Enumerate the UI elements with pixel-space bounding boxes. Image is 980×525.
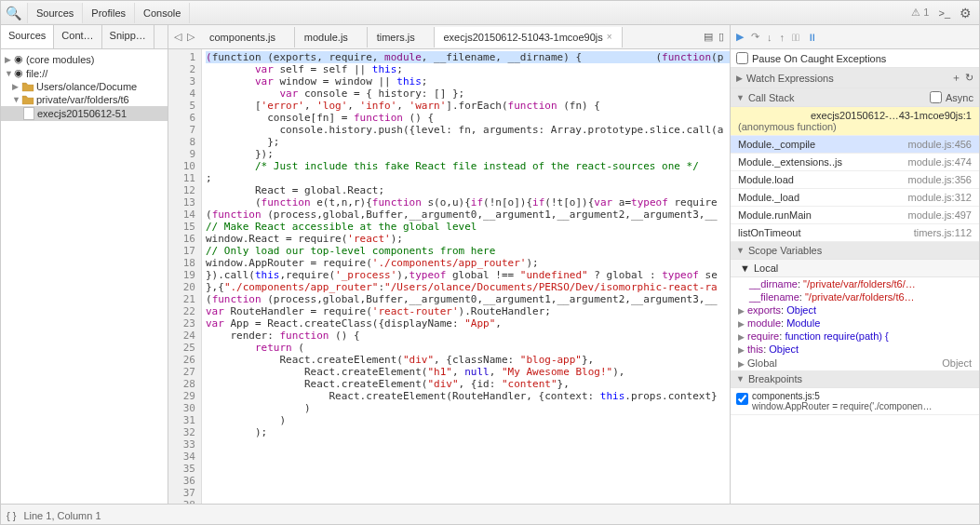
- pause-exceptions-label: Pause On Caught Exceptions: [752, 53, 886, 64]
- call-frame[interactable]: listOnTimeouttimers.js:112: [731, 224, 979, 242]
- drawer-toggle-icon[interactable]: >_: [938, 7, 950, 19]
- call-frame[interactable]: Module._extensions..jsmodule.js:474: [731, 154, 979, 171]
- file-tab-label: components.js: [209, 32, 275, 43]
- step-out-icon[interactable]: ↑: [780, 32, 785, 43]
- editor-status-bar: { } Line 1, Column 1: [1, 504, 979, 525]
- toggle-sidebar-icon[interactable]: ▯: [718, 31, 724, 43]
- add-watch-icon[interactable]: ＋: [951, 71, 961, 85]
- scope-variable[interactable]: __filename: "/private/var/folders/t6…: [731, 290, 979, 303]
- breakpoint-location: components.js:5: [752, 391, 932, 401]
- sidebar-tab-snippets[interactable]: Snipp…: [102, 25, 154, 48]
- tree-file-exec[interactable]: execjs20150612-51: [1, 106, 168, 121]
- tree-folder-users[interactable]: ▶Users/olance/Docume: [1, 80, 168, 93]
- sidebar-tab-content[interactable]: Cont…: [54, 25, 101, 48]
- warnings-badge[interactable]: ⚠ 1: [911, 7, 929, 19]
- scope-variables-header[interactable]: ▼Scope Variables: [731, 242, 979, 260]
- call-frame[interactable]: Module._loadmodule.js:312: [731, 189, 979, 207]
- top-toolbar: 🔍 Sources Profiles Console ⚠ 1 >_ ⚙: [1, 1, 979, 25]
- tree-folder-private[interactable]: ▼private/var/folders/t6: [1, 93, 168, 106]
- panel-tab-sources[interactable]: Sources: [27, 3, 83, 23]
- scope-local-header[interactable]: ▼Local: [731, 260, 979, 277]
- panel-tab-profiles[interactable]: Profiles: [83, 3, 135, 23]
- call-frame[interactable]: Module._compilemodule.js:456: [731, 136, 979, 154]
- code-editor[interactable]: 1234567891011121314151617181920212223242…: [168, 49, 730, 504]
- breakpoint-text: window.AppRouter = require('./componen…: [752, 401, 932, 411]
- call-frame[interactable]: Module.loadmodule.js:356: [731, 171, 979, 189]
- main-area: ▶◉ (core modules) ▼◉ file:// ▶Users/olan…: [1, 49, 979, 504]
- debugger-panel: Pause On Caught Exceptions ▶Watch Expres…: [730, 49, 979, 504]
- pause-on-exceptions[interactable]: Pause On Caught Exceptions: [731, 49, 979, 68]
- file-tabs: ◁ ▷ components.js×module.js×timers.js×ex…: [168, 25, 730, 48]
- tabs-row: Sources Cont… Snipp… ◁ ▷ components.js×m…: [1, 25, 979, 49]
- history-fwd-icon[interactable]: ▷: [187, 31, 195, 43]
- file-tab[interactable]: components.js×: [200, 27, 295, 47]
- async-label: Async: [946, 92, 973, 103]
- close-icon[interactable]: ×: [607, 32, 612, 42]
- watch-expressions-header[interactable]: ▶Watch Expressions ＋ ↻: [731, 68, 979, 88]
- debug-toolbar: ▶ ↷ ↓ ↑ ⦿̸ ⏸: [730, 25, 979, 48]
- pause-icon[interactable]: ⏸: [807, 32, 817, 43]
- search-icon[interactable]: 🔍: [1, 6, 25, 20]
- scope-variable[interactable]: ▶module: Module: [731, 316, 979, 330]
- scope-variable[interactable]: ▶this: Object: [731, 343, 979, 356]
- async-checkbox[interactable]: [930, 91, 942, 103]
- scope-variable[interactable]: ▶exports: Object: [731, 303, 979, 316]
- deactivate-breakpoints-icon[interactable]: ⦿̸: [792, 32, 799, 43]
- navigator-sidebar: ▶◉ (core modules) ▼◉ file:// ▶Users/olan…: [1, 49, 168, 504]
- pretty-print-icon[interactable]: { }: [7, 510, 16, 521]
- file-tab-label: timers.js: [377, 32, 415, 43]
- breakpoints-header[interactable]: ▼Breakpoints: [731, 370, 979, 388]
- sidebar-tab-sources[interactable]: Sources: [1, 25, 54, 48]
- breakpoint-item[interactable]: components.js:5 window.AppRouter = requi…: [731, 388, 979, 415]
- tree-core-modules[interactable]: ▶◉ (core modules): [1, 52, 168, 66]
- cursor-position: Line 1, Column 1: [23, 510, 101, 521]
- step-into-icon[interactable]: ↓: [767, 32, 772, 43]
- scope-global[interactable]: ▶ Global Object: [731, 356, 979, 370]
- settings-icon[interactable]: ⚙: [960, 6, 972, 20]
- file-tab[interactable]: execjs20150612-51043-1mcoe90js×: [435, 27, 623, 47]
- scope-variable[interactable]: ▶require: function require(path) {: [731, 330, 979, 343]
- panel-tab-console[interactable]: Console: [135, 3, 190, 23]
- scope-variable[interactable]: __dirname: "/private/var/folders/t6/…: [731, 277, 979, 290]
- call-frame[interactable]: Module.runMainmodule.js:497: [731, 207, 979, 224]
- pause-exceptions-checkbox[interactable]: [736, 52, 748, 64]
- file-tab[interactable]: module.js×: [295, 27, 368, 47]
- file-tab[interactable]: timers.js×: [368, 27, 435, 47]
- tree-file-root[interactable]: ▼◉ file://: [1, 66, 168, 80]
- format-icon[interactable]: ▤: [704, 31, 713, 43]
- file-tab-label: module.js: [304, 32, 348, 43]
- line-gutter: 1234567891011121314151617181920212223242…: [168, 49, 202, 504]
- breakpoint-checkbox[interactable]: [736, 393, 748, 405]
- history-back-icon[interactable]: ◁: [174, 31, 181, 43]
- file-tab-label: execjs20150612-51043-1mcoe90js: [444, 32, 603, 43]
- resume-icon[interactable]: ▶: [736, 31, 744, 43]
- refresh-watch-icon[interactable]: ↻: [965, 72, 973, 84]
- call-stack-header[interactable]: ▼Call Stack Async: [731, 88, 979, 107]
- call-frame[interactable]: execjs20150612-…43-1mcoe90js:1(anonymous…: [731, 107, 979, 136]
- code-area[interactable]: (function (exports, require, module, __f…: [202, 49, 730, 504]
- sidebar-tabs: Sources Cont… Snipp…: [1, 25, 168, 48]
- step-over-icon[interactable]: ↷: [751, 31, 759, 43]
